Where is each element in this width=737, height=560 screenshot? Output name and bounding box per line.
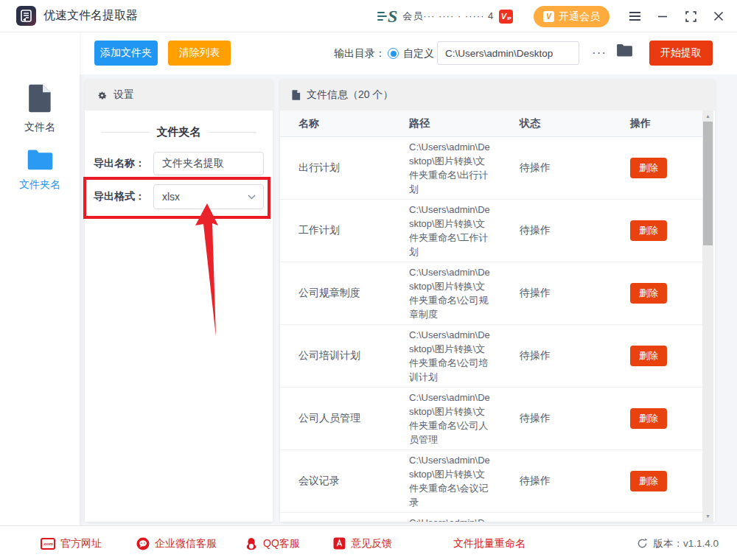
radio-selected-icon: [388, 48, 399, 59]
scroll-down-icon[interactable]: ▼: [702, 514, 713, 519]
column-status: 状态: [520, 117, 630, 130]
delete-button[interactable]: 删除: [630, 408, 667, 429]
export-name-input[interactable]: [153, 152, 264, 175]
delete-button[interactable]: 删除: [630, 158, 667, 178]
refresh-icon[interactable]: [637, 538, 648, 549]
open-folder-icon[interactable]: [616, 43, 633, 60]
qq-icon: [245, 537, 258, 550]
batch-rename-link[interactable]: 文件批量重命名: [453, 526, 525, 560]
table-row: 公司人员管理C:\Users\admin\Desktop\图片转换\文件夹重命名…: [280, 388, 702, 450]
file-status: 待操作: [520, 412, 630, 425]
wechat-support-link[interactable]: 企业微信客服: [136, 526, 217, 560]
scrollbar-thumb[interactable]: [703, 122, 713, 245]
file-action: 删除: [630, 158, 702, 178]
file-info-header: 文件信息（20 个）: [280, 80, 715, 111]
table-body: 出行计划C:\Users\admin\Desktop\图片转换\文件夹重命名\出…: [280, 137, 702, 522]
app-title: 优速文件名提取器: [43, 8, 138, 24]
table-row: 公司规章制度C:\Users\admin\Desktop\图片转换\文件夹重命名…: [280, 262, 702, 325]
app-logo-icon: [16, 6, 36, 26]
settings-header-label: 设置: [113, 88, 134, 102]
settings-header: 设置: [85, 80, 273, 111]
column-name: 名称: [298, 117, 409, 130]
file-name: 工作计划: [298, 224, 409, 237]
table-row: 出行计划C:\Users\admin\Desktop\图片转换\文件夹重命名\出…: [280, 137, 702, 200]
scroll-up-icon[interactable]: ▲: [702, 113, 713, 119]
browse-more-button[interactable]: ···: [590, 44, 609, 62]
export-format-label: 导出格式：: [94, 190, 153, 203]
file-path: C:\Users\admin\Desktop\图片转换\文件夹重命名\工作计划: [409, 203, 520, 259]
table-row: C:\Users\admin\D删除: [280, 513, 702, 522]
delete-button[interactable]: 删除: [630, 471, 667, 491]
output-path-input[interactable]: [437, 41, 579, 65]
file-path: C:\Users\admin\Desktop\图片转换\文件夹重命名\会议记录: [409, 453, 520, 509]
file-info-panel: 文件信息（20 个） 名称 路径 状态 操作 出行计划C:\Users\admi…: [280, 80, 715, 522]
gear-icon: [97, 90, 108, 101]
file-action: 删除: [630, 283, 702, 304]
file-status: 待操作: [520, 287, 630, 300]
file-path: C:\Users\admin\Desktop\图片转换\文件夹重命名\公司规章制…: [409, 265, 520, 321]
export-name-label: 导出名称：: [94, 157, 153, 170]
file-status: 待操作: [520, 349, 630, 363]
footer-bar: .com 官方网址 企业微信客服 QQ客服 意见反馈 文件批量重命名 版本: [0, 525, 737, 560]
file-path: C:\Users\admin\D: [409, 516, 520, 522]
file-name: 会议记录: [298, 475, 409, 488]
sidebar-item-foldername[interactable]: 文件夹名: [0, 149, 80, 192]
file-action: 删除: [630, 471, 702, 491]
settings-panel: 设置 文件夹名 导出名称： 导出格式： xlsx: [85, 80, 273, 522]
export-format-select[interactable]: xlsx: [153, 184, 264, 209]
delete-button[interactable]: 删除: [630, 346, 667, 366]
file-action: 删除: [630, 346, 702, 366]
file-path: C:\Users\admin\Desktop\图片转换\文件夹重命名\公司培训计…: [409, 328, 520, 384]
file-icon: [28, 84, 52, 113]
feedback-link[interactable]: 意见反馈: [333, 526, 392, 560]
version-info: 版本：v1.1.4.0: [637, 526, 719, 560]
add-folder-button[interactable]: 添加文件夹: [94, 41, 158, 66]
file-action: 删除: [630, 220, 702, 241]
custom-radio-label: 自定义: [403, 47, 434, 60]
brand-s-icon: S: [377, 7, 397, 25]
open-vip-button[interactable]: V 开通会员: [534, 6, 609, 27]
table-row: 工作计划C:\Users\admin\Desktop\图片转换\文件夹重命名\工…: [280, 200, 702, 262]
scrollbar[interactable]: ▲ ▼: [702, 111, 713, 522]
table-row: 会议记录C:\Users\admin\Desktop\图片转换\文件夹重命名\会…: [280, 450, 702, 513]
sidebar-item-filename[interactable]: 文件名: [0, 84, 80, 134]
delete-button[interactable]: 删除: [630, 220, 667, 241]
member-text: 会员··· ···· · ····· 4: [402, 10, 494, 23]
toolbar: 添加文件夹 清除列表 输出目录： 自定义 ··· 开始提取: [80, 32, 737, 74]
column-action: 操作: [630, 117, 702, 130]
table-header: 名称 路径 状态 操作: [280, 111, 702, 137]
start-extract-button[interactable]: 开始提取: [649, 41, 713, 66]
custom-radio[interactable]: 自定义: [388, 32, 434, 74]
sidebar-item-label: 文件名: [0, 121, 80, 134]
vip-badge-icon: VIP: [499, 10, 513, 24]
output-dir-label: 输出目录：: [334, 32, 385, 74]
footer-link-label: 企业微信客服: [155, 537, 217, 550]
website-icon: .com: [41, 538, 55, 550]
file-action: 删除: [630, 516, 702, 522]
wechat-icon: [136, 537, 150, 550]
minimize-icon[interactable]: [653, 7, 672, 26]
delete-button[interactable]: 删除: [630, 283, 667, 304]
file-name: 公司培训计划: [298, 349, 409, 363]
official-site-link[interactable]: .com 官方网址: [41, 526, 102, 560]
close-icon[interactable]: [709, 7, 728, 26]
maximize-icon[interactable]: [681, 7, 700, 26]
version-label: 版本：v1.1.4.0: [653, 537, 719, 550]
file-name: 出行计划: [298, 161, 409, 175]
table-row: 公司培训计划C:\Users\admin\Desktop\图片转换\文件夹重命名…: [280, 325, 702, 388]
column-path: 路径: [409, 117, 520, 130]
file-status: 待操作: [520, 475, 630, 488]
menu-icon[interactable]: [625, 7, 644, 26]
footer-link-label: 意见反馈: [351, 537, 392, 550]
title-bar: 优速文件名提取器 S 会员··· ···· · ····· 4 VIP V 开通…: [0, 0, 737, 32]
window-controls: [625, 0, 728, 32]
export-format-row: 导出格式： xlsx: [94, 184, 264, 209]
file-path: C:\Users\admin\Desktop\图片转换\文件夹重命名\公司人员管…: [409, 391, 520, 447]
file-name: 公司人员管理: [298, 412, 409, 425]
document-icon: [292, 90, 301, 100]
clear-list-button[interactable]: 清除列表: [168, 41, 231, 66]
file-path: C:\Users\admin\Desktop\图片转换\文件夹重命名\出行计划: [409, 140, 520, 196]
qq-support-link[interactable]: QQ客服: [245, 526, 300, 560]
folder-icon: [27, 149, 54, 170]
file-status: 待操作: [520, 224, 630, 237]
